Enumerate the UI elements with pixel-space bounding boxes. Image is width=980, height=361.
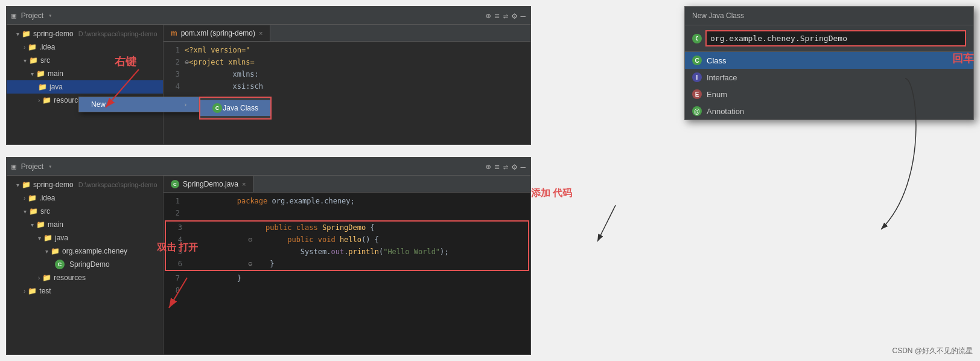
tree-item-spring-demo[interactable]: ▾ 📁 spring-demo D:\workspace\spring-demo bbox=[7, 27, 163, 40]
menu-new-arrow: › bbox=[185, 101, 186, 108]
java-label: java bbox=[49, 83, 63, 91]
springdemo-tab-close[interactable]: × bbox=[242, 180, 246, 188]
dialog-item-annotation[interactable]: @ Annotation bbox=[685, 103, 973, 120]
top-code-content: 1 <?xml version=" 2 ⊖<project xmlns= 3 x… bbox=[164, 42, 530, 95]
main-label: main bbox=[48, 69, 63, 78]
bottom-sync-icon[interactable]: ⇌ bbox=[503, 162, 508, 171]
minimize-icon[interactable]: — bbox=[521, 11, 526, 21]
annotation-add-code: 添加 代码 bbox=[531, 187, 572, 200]
bottom-folder-main-icon: 📁 bbox=[36, 220, 45, 229]
expand-spring-demo: ▾ bbox=[16, 31, 19, 37]
sync-icon[interactable]: ⇌ bbox=[503, 11, 508, 21]
bottom-toolbar: ▣ Project ▾ ⊕ ≡ ⇌ ⚙ — bbox=[7, 158, 530, 176]
settings-icon[interactable]: ⚙ bbox=[512, 11, 517, 21]
menu-item-new[interactable]: New › bbox=[79, 97, 199, 112]
bottom-folder-java-icon: 📁 bbox=[43, 234, 52, 242]
code-line-4: 4 xsi:sch bbox=[164, 80, 530, 92]
bottom-line-content-7: } bbox=[185, 266, 241, 291]
java-class-icon: C bbox=[212, 103, 222, 113]
bottom-code-line-1: 1 package org.example.cheney; bbox=[164, 195, 530, 207]
bottom-line-num-2: 2 bbox=[164, 209, 185, 217]
springdemo-tab[interactable]: C SpringDemo.java × bbox=[164, 176, 253, 192]
bottom-list-icon[interactable]: ≡ bbox=[494, 162, 499, 171]
menu-new-label: New bbox=[91, 100, 106, 109]
dialog-item-enum[interactable]: E Enum bbox=[685, 86, 973, 103]
bottom-tree-springdemo[interactable]: C SpringDemo bbox=[7, 258, 163, 271]
idea-label: .idea bbox=[39, 43, 55, 51]
bottom-expand-java: ▾ bbox=[38, 235, 41, 241]
bottom-resources-label: resources bbox=[54, 273, 86, 282]
code-line-2: 2 ⊖<project xmlns= bbox=[164, 56, 530, 68]
list-icon[interactable]: ≡ bbox=[494, 11, 499, 21]
bottom-globe-icon[interactable]: ⊕ bbox=[486, 162, 491, 171]
bottom-settings-icon[interactable]: ⚙ bbox=[512, 162, 517, 171]
bottom-main-label: main bbox=[48, 220, 63, 229]
bottom-line-content-1: package org.example.cheney; bbox=[185, 193, 355, 214]
class-icon-c: C bbox=[692, 56, 702, 65]
class-name-input[interactable] bbox=[705, 30, 966, 46]
bottom-file-tree: ▾ 📁 spring-demo D:\workspace\spring-demo… bbox=[7, 176, 164, 354]
bottom-tree-idea[interactable]: › 📁 .idea bbox=[7, 191, 163, 205]
dialog-input-row: C bbox=[685, 25, 973, 51]
line-content-4: xsi:sch bbox=[185, 82, 263, 91]
enum-label: Enum bbox=[707, 90, 727, 99]
bottom-src-label: src bbox=[40, 207, 50, 216]
bottom-folder-src-icon: 📁 bbox=[29, 207, 38, 216]
bottom-tree-java[interactable]: ▾ 📁 java bbox=[7, 231, 163, 244]
bottom-folder-resources-icon: 📁 bbox=[42, 273, 51, 282]
code-highlight-box: 3 public class SpringDemo { 4 ⊖ public v… bbox=[165, 220, 529, 271]
bottom-code-area: C SpringDemo.java × 1 package org.exampl… bbox=[164, 176, 530, 354]
dialog-class-icon: C bbox=[692, 34, 702, 43]
line-content-1: <?xml version=" bbox=[185, 46, 250, 54]
expand-main: ▾ bbox=[31, 71, 34, 77]
interface-label: Interface bbox=[707, 73, 737, 82]
bottom-tree-test[interactable]: › 📁 test bbox=[7, 284, 163, 298]
pom-tab[interactable]: m pom.xml (spring-demo) × bbox=[164, 25, 270, 41]
globe-icon[interactable]: ⊕ bbox=[486, 11, 491, 21]
line-num-2: 2 bbox=[164, 58, 185, 66]
dialog-item-class[interactable]: C Class bbox=[685, 52, 973, 69]
dropdown-icon: ▾ bbox=[48, 12, 52, 19]
class-label: Class bbox=[707, 56, 727, 65]
folder-src-icon: 📁 bbox=[29, 56, 38, 65]
project-icon: ▣ bbox=[11, 11, 16, 20]
tree-item-java[interactable]: 📁 java bbox=[7, 80, 163, 94]
tree-item-main[interactable]: ▾ 📁 main bbox=[7, 67, 163, 80]
bottom-springdemo-label: SpringDemo bbox=[69, 260, 110, 269]
project-label: Project bbox=[21, 11, 43, 20]
bottom-spring-demo-label: spring-demo bbox=[33, 180, 74, 189]
pom-tab-close[interactable]: × bbox=[259, 30, 262, 37]
bottom-line-num-8: 8 bbox=[164, 286, 185, 295]
bottom-folder-test-icon: 📁 bbox=[28, 287, 37, 295]
annotation-label: Annotation bbox=[707, 107, 744, 116]
new-java-class-dialog: New Java Class C C Class I Interface E E… bbox=[684, 6, 974, 120]
bottom-tree-src[interactable]: ▾ 📁 src bbox=[7, 205, 163, 218]
annotation-icon-a: @ bbox=[692, 106, 702, 116]
bottom-line-num-1: 1 bbox=[164, 197, 185, 205]
bottom-editor-tabs: C SpringDemo.java × bbox=[164, 176, 530, 193]
bottom-tree-main[interactable]: ▾ 📁 main bbox=[7, 218, 163, 231]
folder-spring-demo-icon: 📁 bbox=[22, 30, 31, 38]
bottom-tree-package[interactable]: ▾ 📁 org.example.cheney bbox=[7, 244, 163, 258]
bottom-expand-spring-demo: ▾ bbox=[16, 182, 19, 188]
context-menu: New › bbox=[78, 97, 199, 112]
tree-item-src[interactable]: ▾ 📁 src bbox=[7, 54, 163, 67]
top-ide-panel: ▣ Project ▾ ⊕ ≡ ⇌ ⚙ — ▾ 📁 spring-demo D:… bbox=[6, 6, 531, 145]
bottom-dropdown-icon: ▾ bbox=[48, 163, 52, 170]
top-panel-content: ▾ 📁 spring-demo D:\workspace\spring-demo… bbox=[7, 25, 530, 144]
bottom-tree-resources[interactable]: › 📁 resources bbox=[7, 271, 163, 284]
bottom-tree-spring-demo[interactable]: ▾ 📁 spring-demo D:\workspace\spring-demo bbox=[7, 178, 163, 191]
folder-resources-icon: 📁 bbox=[42, 96, 51, 104]
annotation-enter: 回车 bbox=[952, 51, 974, 66]
tree-item-idea[interactable]: › 📁 .idea bbox=[7, 40, 163, 54]
menu-java-class[interactable]: C Java Class bbox=[200, 100, 270, 116]
bottom-springdemo-icon: C bbox=[55, 260, 65, 269]
line-num-3: 3 bbox=[164, 70, 185, 78]
dialog-item-interface[interactable]: I Interface bbox=[685, 69, 973, 86]
bottom-expand-test: › bbox=[24, 288, 25, 295]
bottom-minimize-icon[interactable]: — bbox=[521, 162, 526, 171]
springdemo-tab-icon: C bbox=[171, 180, 179, 188]
bottom-folder-spring-demo-icon: 📁 bbox=[22, 180, 31, 189]
bottom-folder-idea-icon: 📁 bbox=[28, 194, 37, 202]
bottom-project-icon: ▣ bbox=[11, 162, 16, 171]
